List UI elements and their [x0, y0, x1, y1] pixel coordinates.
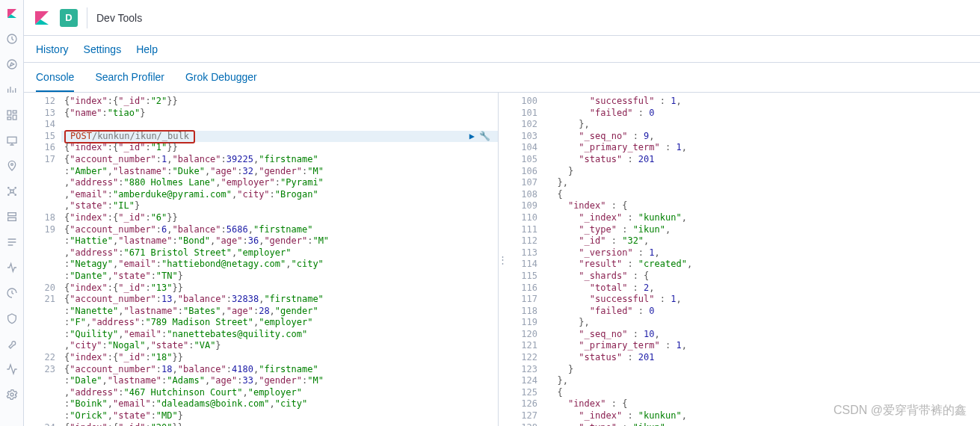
nav-dashboard-icon[interactable]: [4, 108, 19, 123]
nav-infra-icon[interactable]: [4, 209, 19, 224]
space-badge[interactable]: D: [60, 9, 78, 27]
svg-point-12: [15, 194, 16, 195]
nav-maps-icon[interactable]: [4, 158, 19, 173]
menu-settings[interactable]: Settings: [84, 43, 122, 55]
nav-apm-icon[interactable]: [4, 260, 19, 275]
editor-area: 1213141516171819202122232425 {"index":{"…: [24, 93, 980, 426]
nav-visualize-icon[interactable]: [4, 82, 19, 97]
svg-rect-13: [7, 213, 16, 216]
nav-siem-icon[interactable]: [4, 311, 19, 326]
svg-point-7: [10, 164, 13, 166]
kibana-logo-icon[interactable]: [4, 6, 19, 21]
menubar: History Settings Help: [24, 36, 980, 63]
menu-history[interactable]: History: [36, 43, 69, 55]
tab-console[interactable]: Console: [36, 64, 74, 92]
tab-search-profiler[interactable]: Search Profiler: [95, 64, 164, 92]
response-gutter: 1001011021031041051061071081091101111121…: [506, 93, 543, 426]
topbar: D Dev Tools: [24, 0, 980, 36]
svg-rect-2: [7, 111, 11, 115]
nav-sidebar: [0, 0, 24, 426]
request-gutter: 1213141516171819202122232425: [24, 93, 61, 426]
nav-discover-icon[interactable]: [4, 57, 19, 72]
svg-rect-5: [7, 117, 11, 120]
nav-monitoring-icon[interactable]: [4, 362, 19, 377]
response-pane[interactable]: 1001011021031041051061071081091101111121…: [506, 93, 980, 426]
tabbar: Console Search Profiler Grok Debugger: [24, 63, 980, 93]
svg-point-11: [7, 194, 8, 195]
menu-help[interactable]: Help: [136, 43, 158, 55]
nav-canvas-icon[interactable]: [4, 133, 19, 148]
tab-grok-debugger[interactable]: Grok Debugger: [185, 64, 257, 92]
svg-point-1: [7, 60, 16, 69]
run-request-icon[interactable]: ▶: [469, 131, 475, 143]
page-title: Dev Tools: [96, 12, 142, 24]
request-pane[interactable]: 1213141516171819202122232425 {"index":{"…: [24, 93, 499, 426]
svg-point-15: [10, 393, 13, 396]
response-code: "successful" : 1, "failed" : 0 }, "_seq_…: [543, 93, 980, 426]
svg-rect-4: [13, 115, 16, 120]
svg-point-10: [15, 188, 16, 188]
nav-recent-icon[interactable]: [4, 31, 19, 46]
nav-management-icon[interactable]: [4, 387, 19, 402]
pane-splitter[interactable]: ⋮: [499, 93, 506, 426]
nav-ml-icon[interactable]: [4, 184, 19, 199]
svg-rect-14: [7, 217, 16, 220]
wrench-icon[interactable]: 🔧: [479, 131, 490, 143]
svg-rect-3: [13, 111, 16, 113]
svg-point-9: [7, 188, 8, 188]
nav-uptime-icon[interactable]: [4, 285, 19, 300]
svg-rect-6: [7, 137, 16, 143]
nav-devtools-icon[interactable]: [4, 336, 19, 351]
kibana-logo-icon: [33, 9, 51, 27]
request-code[interactable]: {"index":{"_id":"2"}}{"name":"tiao"}POST…: [61, 93, 498, 426]
nav-logs-icon[interactable]: [4, 235, 19, 250]
separator: [87, 7, 87, 28]
